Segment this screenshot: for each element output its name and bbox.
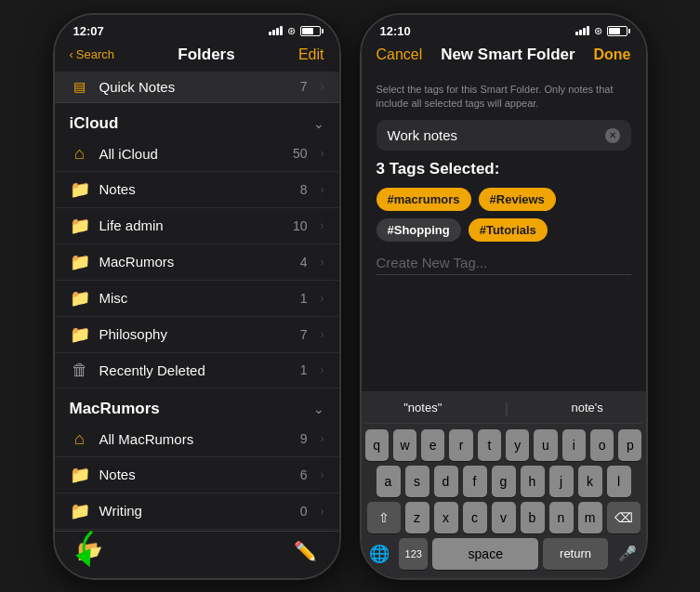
backspace-key[interactable]: ⌫ — [607, 502, 641, 533]
key-m[interactable]: m — [578, 502, 602, 533]
icloud-chevron[interactable]: ⌄ — [313, 116, 324, 131]
folder-count: 1 — [300, 291, 308, 306]
key-a[interactable]: a — [376, 466, 401, 497]
status-icons-right: ⊛ — [575, 25, 627, 37]
quick-notes-item[interactable]: ▤ Quick Notes 7 › — [55, 72, 339, 103]
key-t[interactable]: t — [478, 429, 501, 461]
folder-icon: 📁 — [70, 324, 90, 345]
keyboard-row-2: a s d f g h j k l — [365, 466, 642, 497]
folder-count: 9 — [300, 431, 308, 446]
folder-count: 4 — [300, 255, 308, 270]
folder-item-writing[interactable]: 📁 Writing 0 › — [55, 493, 339, 530]
folder-icon: 📁 — [70, 501, 90, 521]
key-f[interactable]: f — [463, 466, 487, 497]
edit-button[interactable]: Edit — [298, 46, 324, 63]
signal-icon — [269, 26, 283, 35]
status-bar-left: 12:07 ⊛ — [55, 15, 339, 42]
tags-count-label: 3 Tags Selected: — [376, 160, 631, 178]
tag-tutorials[interactable]: #Tutorials — [469, 218, 548, 242]
folder-name: All iCloud — [99, 146, 284, 162]
folder-item-macrumors[interactable]: 📁 MacRumors 4 › — [55, 244, 339, 281]
folder-count: 50 — [293, 146, 308, 161]
folder-item-all-macrumors[interactable]: ⌂ All MacRumors 9 › — [55, 422, 339, 457]
key-j[interactable]: j — [549, 466, 574, 497]
emoji-key[interactable]: 🌐 — [365, 538, 394, 570]
done-button[interactable]: Done — [593, 46, 630, 63]
folder-icon: 📁 — [70, 288, 90, 309]
folder-item-life-admin[interactable]: 📁 Life admin 10 › — [55, 208, 339, 244]
key-l[interactable]: l — [607, 466, 631, 497]
folder-chevron: › — [321, 363, 324, 376]
quick-notes-label: Quick Notes — [99, 79, 291, 95]
folder-item-misc[interactable]: 📁 Misc 1 › — [55, 281, 339, 317]
key-e[interactable]: e — [421, 429, 444, 461]
key-d[interactable]: d — [434, 466, 458, 497]
clear-button[interactable]: ✕ — [605, 128, 620, 143]
folder-icon: 📁 — [70, 179, 90, 200]
folder-chevron: › — [321, 468, 324, 481]
key-w[interactable]: w — [393, 429, 416, 461]
tag-shopping[interactable]: #Shopping — [376, 218, 461, 242]
numbers-key[interactable]: 123 — [399, 538, 428, 570]
folder-icon: 📁 — [70, 252, 90, 272]
space-key[interactable]: space — [432, 538, 538, 570]
create-tag-field[interactable]: Create New Tag... — [376, 251, 631, 275]
folder-name: Misc — [99, 290, 291, 306]
suggestion-1[interactable]: "notes" — [403, 401, 442, 417]
folder-name: Recently Deleted — [99, 362, 291, 378]
key-u[interactable]: u — [534, 429, 557, 461]
icloud-section-header: iCloud ⌄ — [55, 103, 339, 137]
left-phone: 12:07 ⊛ ‹ Search Folders Edit — [53, 13, 341, 580]
shift-key[interactable]: ⇧ — [367, 502, 401, 533]
key-n[interactable]: n — [549, 502, 574, 533]
macrumors-chevron[interactable]: ⌄ — [313, 401, 324, 416]
folder-name-input[interactable]: Work notes ✕ — [376, 120, 631, 151]
folder-item-notes2[interactable]: 📁 Notes 6 › — [55, 457, 339, 493]
folder-chevron: › — [321, 256, 324, 269]
nav-bar-right: Cancel New Smart Folder Done — [362, 42, 646, 72]
key-o[interactable]: o — [590, 429, 614, 461]
cancel-button[interactable]: Cancel — [376, 46, 423, 63]
key-k[interactable]: k — [578, 466, 602, 497]
macrumors-section-header: MacRumors ⌄ — [55, 388, 339, 422]
return-key[interactable]: return — [543, 538, 608, 570]
key-r[interactable]: r — [449, 429, 472, 461]
page-title-left: Folders — [178, 46, 234, 64]
key-h[interactable]: h — [521, 466, 545, 497]
folder-name: All MacRumors — [99, 431, 291, 447]
folder-count: 10 — [293, 218, 308, 233]
new-folder-button[interactable]: 📂 — [77, 539, 102, 563]
mic-key[interactable]: 🎤 — [613, 538, 641, 570]
key-x[interactable]: x — [434, 502, 458, 533]
folder-name: Notes — [99, 181, 291, 197]
key-q[interactable]: q — [365, 429, 389, 461]
compose-icon[interactable]: ✏️ — [294, 540, 317, 562]
key-i[interactable]: i — [562, 429, 586, 461]
status-icons-left: ⊛ — [269, 25, 321, 37]
key-b[interactable]: b — [521, 502, 545, 533]
key-z[interactable]: z — [405, 502, 429, 533]
key-p[interactable]: p — [618, 429, 641, 461]
folder-icon: 📁 — [70, 216, 90, 236]
folder-count: 8 — [300, 182, 308, 197]
folder-item-philosophy[interactable]: 📁 Philosophy 7 › — [55, 317, 339, 353]
folder-name: Life admin — [99, 217, 284, 233]
key-y[interactable]: y — [506, 429, 529, 461]
folder-name: Philosophy — [99, 326, 291, 342]
folder-item-recently-deleted[interactable]: 🗑 Recently Deleted 1 › — [55, 353, 339, 388]
tag-reviews[interactable]: #Reviews — [479, 188, 556, 211]
icloud-title: iCloud — [70, 114, 119, 133]
tag-macrumors[interactable]: #macrumors — [376, 188, 471, 211]
back-button-left[interactable]: ‹ Search — [70, 47, 115, 61]
suggestion-2[interactable]: note's — [571, 401, 602, 417]
key-g[interactable]: g — [492, 466, 516, 497]
key-s[interactable]: s — [405, 466, 429, 497]
folder-chevron: › — [321, 328, 324, 341]
folder-item-all-icloud[interactable]: ⌂ All iCloud 50 › — [55, 137, 339, 172]
key-c[interactable]: c — [463, 502, 487, 533]
tags-container: #macrumors #Reviews #Shopping #Tutorials — [376, 188, 631, 242]
key-v[interactable]: v — [492, 502, 516, 533]
battery-icon — [300, 26, 321, 36]
folder-item-notes[interactable]: 📁 Notes 8 › — [55, 172, 339, 208]
folder-count: 0 — [300, 504, 308, 519]
